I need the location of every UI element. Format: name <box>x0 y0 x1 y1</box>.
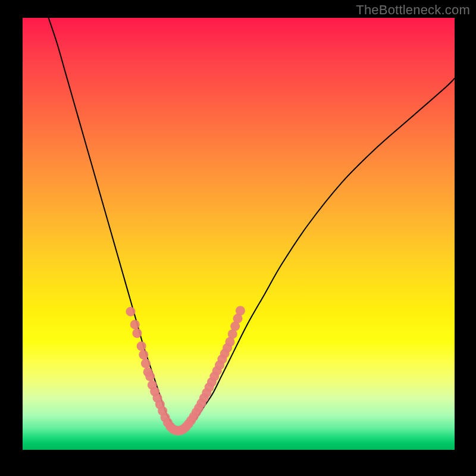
svg-point-5 <box>141 359 151 368</box>
svg-point-2 <box>132 328 142 338</box>
svg-point-42 <box>236 306 245 315</box>
svg-point-1 <box>130 320 140 329</box>
svg-point-3 <box>137 342 146 351</box>
data-markers <box>126 306 245 436</box>
bottleneck-curve <box>49 18 455 431</box>
svg-point-4 <box>139 350 148 359</box>
chart-frame: TheBottleneck.com <box>0 0 476 476</box>
watermark-text: TheBottleneck.com <box>356 2 470 18</box>
svg-point-0 <box>126 307 136 317</box>
svg-point-7 <box>145 372 155 381</box>
chart-svg <box>23 18 455 450</box>
plot-area <box>23 18 455 450</box>
